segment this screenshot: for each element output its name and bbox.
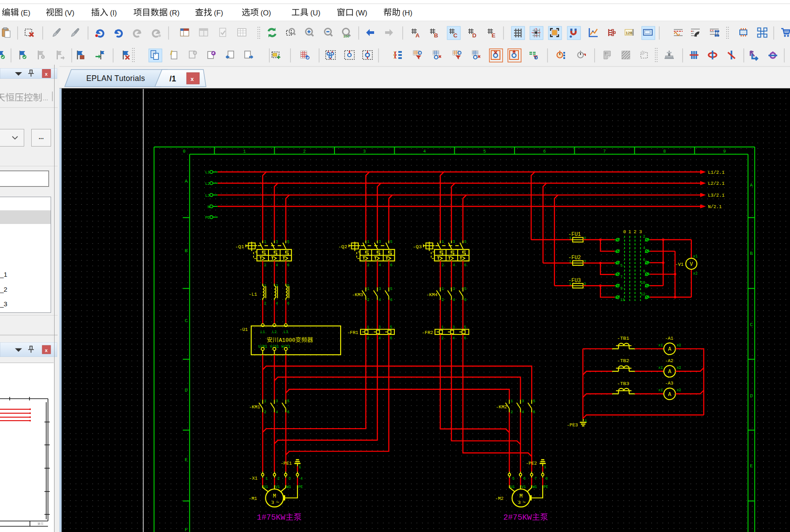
svg-text:(R): (R) — [169, 9, 180, 17]
svg-text:0: 0 — [623, 229, 626, 235]
svg-text:E: E — [750, 463, 753, 469]
svg-text:2: 2 — [303, 149, 306, 154]
svg-text:2: 2 — [264, 410, 266, 415]
svg-text:(O): (O) — [261, 9, 271, 17]
svg-text:3: 3 — [276, 399, 278, 404]
svg-text:-FU3: -FU3 — [568, 278, 581, 284]
svg-text:(H): (H) — [402, 9, 412, 17]
svg-text:1: 1 — [628, 229, 631, 235]
svg-text:F: F — [185, 527, 188, 532]
svg-text:5: 5 — [464, 240, 467, 244]
svg-text:-Q2: -Q2 — [338, 244, 347, 249]
svg-text:-FU1: -FU1 — [568, 231, 581, 238]
svg-text:x2: x2 — [693, 272, 698, 276]
svg-text:A: A — [415, 32, 420, 39]
svg-text:x: x — [191, 76, 194, 82]
svg-text:6: 6 — [390, 298, 392, 302]
svg-text:PE: PE — [298, 485, 303, 489]
svg-text:6: 6 — [464, 336, 466, 341]
svg-text:1: 1 — [243, 149, 246, 154]
svg-text:B: B — [750, 251, 753, 256]
svg-text:~: ~ — [522, 499, 525, 506]
svg-text:5: 5 — [390, 325, 392, 330]
svg-text:6: 6 — [523, 477, 525, 481]
svg-text:1: 1 — [367, 240, 369, 244]
svg-text:V/S1: V/S1 — [270, 345, 279, 349]
svg-text:N: N — [208, 205, 210, 209]
svg-text:1: 1 — [585, 419, 587, 423]
svg-text:6: 6 — [390, 263, 392, 268]
svg-text:-PE2: -PE2 — [526, 461, 537, 466]
svg-text:2: 2 — [643, 235, 645, 239]
svg-text:U/R1: U/R1 — [258, 345, 267, 349]
svg-text:1: 1 — [441, 325, 444, 330]
svg-text:-FU2: -FU2 — [568, 255, 581, 261]
svg-text:W1: W1 — [533, 485, 537, 489]
svg-text:6: 6 — [464, 298, 467, 302]
svg-text:L3: L3 — [205, 194, 210, 198]
svg-text:E: E — [492, 32, 496, 39]
svg-text:1: 1 — [511, 399, 513, 404]
svg-text:-V1: -V1 — [675, 262, 683, 267]
svg-text:A: A — [668, 392, 672, 398]
svg-text:-A2: -A2 — [665, 358, 673, 363]
svg-text:5: 5 — [512, 477, 514, 481]
svg-text:1: 1 — [441, 287, 444, 291]
svg-text:4: 4 — [378, 263, 381, 268]
svg-text:2: 2 — [367, 298, 369, 302]
svg-text:5: 5 — [287, 240, 289, 244]
svg-text:(V): (V) — [65, 9, 74, 17]
svg-text:10: 10 — [641, 281, 645, 285]
svg-text:2: 2 — [441, 263, 444, 268]
svg-text:-KM1: -KM1 — [249, 404, 260, 410]
svg-text:3: 3 — [522, 399, 524, 404]
svg-text:2: 2 — [367, 263, 369, 268]
svg-text:1: 1 — [544, 465, 546, 470]
svg-text:2: 2 — [634, 229, 636, 235]
svg-text:6: 6 — [287, 410, 289, 415]
svg-text:2: 2 — [511, 410, 513, 415]
svg-text:L3: L3 — [283, 330, 288, 334]
svg-text:3: 3 — [378, 240, 381, 244]
svg-text:E: E — [185, 457, 188, 462]
svg-text:-A3: -A3 — [665, 381, 673, 386]
svg-text:x1: x1 — [658, 343, 663, 348]
svg-text:C: C — [750, 322, 753, 327]
svg-text:3: 3 — [452, 325, 455, 330]
svg-text:1: 1 — [264, 240, 266, 244]
svg-text:1: 1 — [367, 325, 369, 330]
svg-text:4: 4 — [453, 263, 455, 268]
svg-text:x2: x2 — [677, 388, 681, 393]
svg-text:(U): (U) — [310, 9, 320, 17]
svg-text:-U1: -U1 — [239, 327, 248, 332]
svg-text:/1: /1 — [169, 74, 176, 83]
svg-text:-FR1: -FR1 — [347, 330, 358, 335]
svg-text:4: 4 — [378, 336, 381, 341]
svg-text:A: A — [750, 183, 753, 188]
svg-text:6: 6 — [533, 410, 535, 415]
svg-text:(I): (I) — [110, 9, 117, 17]
svg-text:-FR2: -FR2 — [422, 330, 433, 335]
svg-text:6: 6 — [543, 149, 546, 154]
svg-text:L1: L1 — [205, 170, 210, 175]
svg-text:A: A — [668, 369, 672, 375]
svg-text:L1/2.1: L1/2.1 — [708, 170, 724, 175]
svg-text:-TB3: -TB3 — [617, 381, 629, 386]
svg-text:100: 100 — [343, 34, 349, 38]
svg-text:D: D — [750, 393, 753, 399]
svg-text:V: V — [690, 261, 693, 268]
svg-text:7: 7 — [603, 149, 606, 154]
svg-text:4: 4 — [452, 336, 455, 341]
svg-text:4: 4 — [423, 149, 426, 154]
svg-text:x: x — [45, 348, 48, 353]
svg-text:5: 5 — [464, 287, 467, 291]
svg-text:-KM4: -KM4 — [426, 292, 437, 297]
svg-text:2#75KW: 2#75KW — [503, 513, 532, 522]
svg-text:-Q1: -Q1 — [235, 244, 244, 249]
svg-text:A: A — [668, 346, 672, 352]
svg-text:8: 8 — [546, 477, 548, 481]
svg-text:4: 4 — [453, 298, 455, 302]
svg-text:3: 3 — [272, 500, 274, 505]
svg-text:5: 5 — [464, 325, 466, 330]
svg-text:L2/2.1: L2/2.1 — [708, 181, 724, 186]
